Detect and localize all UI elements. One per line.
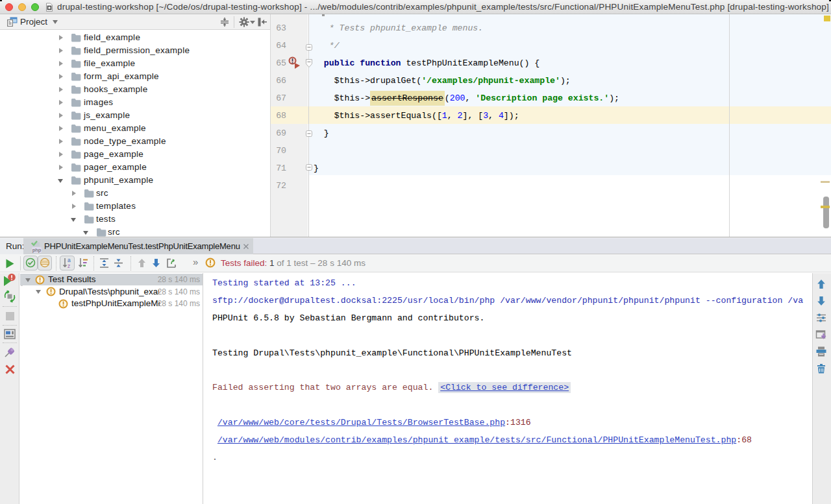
svg-text:php: php <box>32 247 42 253</box>
svg-text:z: z <box>68 263 70 269</box>
